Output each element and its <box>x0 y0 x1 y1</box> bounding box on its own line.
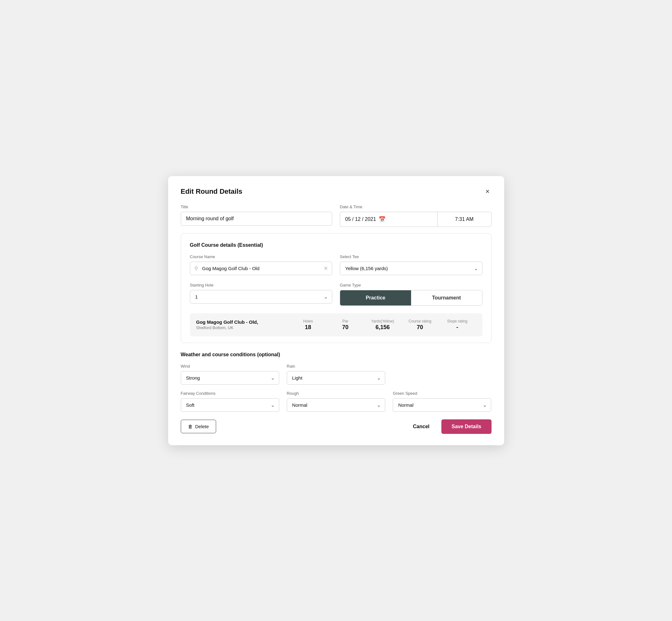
modal-header: Edit Round Details × <box>181 188 492 196</box>
select-tee-dropdown[interactable]: Yellow (6,156 yards) White Red Blue <box>340 261 482 275</box>
golf-course-section: Golf Course details (Essential) Course N… <box>181 233 492 343</box>
wind-group: Wind StrongLightModerateCalm ⌄ <box>181 364 279 385</box>
yards-value: 6,156 <box>364 324 401 331</box>
select-tee-label: Select Tee <box>340 254 482 259</box>
title-group: Title <box>181 204 333 227</box>
course-info-name: Gog Magog Golf Club - Old, Shelford Bott… <box>196 319 290 330</box>
date-field[interactable]: 05 / 12 / 2021 📅 <box>340 212 437 227</box>
rain-dropdown[interactable]: LightNoneModerateHeavy <box>287 371 385 385</box>
starting-hole-wrapper: 123 456 78910 ⌄ <box>190 290 333 303</box>
course-name-input[interactable] <box>190 261 333 275</box>
title-input[interactable] <box>181 212 333 225</box>
rough-dropdown[interactable]: NormalShortLong <box>287 398 385 412</box>
wind-wrapper: StrongLightModerateCalm ⌄ <box>181 371 279 385</box>
fairway-wrapper: SoftNormalFirmHard ⌄ <box>181 398 279 412</box>
search-icon: ⚲ <box>194 265 198 272</box>
datetime-label: Date & Time <box>340 204 492 209</box>
rough-label: Rough <box>287 391 385 396</box>
footer-row: 🗑 Delete Cancel Save Details <box>181 419 492 434</box>
rough-group: Rough NormalShortLong ⌄ <box>287 391 385 412</box>
edit-round-modal: Edit Round Details × Title Date & Time 0… <box>168 176 504 445</box>
wind-rain-row: Wind StrongLightModerateCalm ⌄ Rain Ligh… <box>181 364 492 385</box>
holes-label: Holes <box>289 319 327 323</box>
starting-hole-dropdown[interactable]: 123 456 78910 <box>190 290 333 303</box>
rough-wrapper: NormalShortLong ⌄ <box>287 398 385 412</box>
game-type-label: Game Type <box>340 283 482 287</box>
rain-label: Rain <box>287 364 385 369</box>
title-label: Title <box>181 204 333 209</box>
starting-hole-label: Starting Hole <box>190 283 333 287</box>
course-rating-stat: Course rating 70 <box>401 319 438 331</box>
select-tee-group: Select Tee Yellow (6,156 yards) White Re… <box>340 254 482 275</box>
yards-label: Yards(Yellow) <box>364 319 401 323</box>
date-value: 05 / 12 / 2021 <box>345 216 376 222</box>
delete-label: Delete <box>195 424 209 429</box>
slope-rating-label: Slope rating <box>438 319 476 323</box>
course-name-group: Course Name ⚲ ✕ <box>190 254 333 275</box>
course-info-row: Gog Magog Golf Club - Old, Shelford Bott… <box>190 313 482 336</box>
green-speed-group: Green Speed NormalSlowFast ⌄ <box>393 391 491 412</box>
modal-title: Edit Round Details <box>181 188 243 196</box>
course-search-wrapper: ⚲ ✕ <box>190 261 333 275</box>
course-name-label: Course Name <box>190 254 333 259</box>
course-name-display: Gog Magog Golf Club - Old, <box>196 319 290 325</box>
title-datetime-row: Title Date & Time 05 / 12 / 2021 📅 7:31 … <box>181 204 492 227</box>
calendar-icon: 📅 <box>379 216 385 223</box>
course-rating-label: Course rating <box>401 319 438 323</box>
starting-hole-gametype-row: Starting Hole 123 456 78910 ⌄ Game Type … <box>190 283 482 306</box>
par-label: Par <box>327 319 364 323</box>
course-name-tee-row: Course Name ⚲ ✕ Select Tee Yellow (6,156… <box>190 254 482 275</box>
time-field[interactable]: 7:31 AM <box>437 212 492 227</box>
footer-right: Cancel Save Details <box>410 419 492 434</box>
par-stat: Par 70 <box>327 319 364 331</box>
yards-stat: Yards(Yellow) 6,156 <box>364 319 401 331</box>
conditions-title: Weather and course conditions (optional) <box>181 352 492 358</box>
practice-button[interactable]: Practice <box>340 290 411 305</box>
rain-wrapper: LightNoneModerateHeavy ⌄ <box>287 371 385 385</box>
green-speed-label: Green Speed <box>393 391 491 396</box>
green-speed-dropdown[interactable]: NormalSlowFast <box>393 398 491 412</box>
holes-value: 18 <box>289 324 327 331</box>
golf-course-title: Golf Course details (Essential) <box>190 242 482 248</box>
wind-label: Wind <box>181 364 279 369</box>
fairway-label: Fairway Conditions <box>181 391 279 396</box>
holes-stat: Holes 18 <box>289 319 327 331</box>
slope-rating-stat: Slope rating - <box>438 319 476 331</box>
trash-icon: 🗑 <box>188 424 193 429</box>
par-value: 70 <box>327 324 364 331</box>
course-location: Shelford Bottom, UK <box>196 325 290 330</box>
rain-group: Rain LightNoneModerateHeavy ⌄ <box>287 364 385 385</box>
starting-hole-group: Starting Hole 123 456 78910 ⌄ <box>190 283 333 306</box>
green-speed-wrapper: NormalSlowFast ⌄ <box>393 398 491 412</box>
close-button[interactable]: × <box>484 188 492 196</box>
clear-icon[interactable]: ✕ <box>324 265 328 272</box>
datetime-fields: 05 / 12 / 2021 📅 7:31 AM <box>340 212 492 227</box>
conditions-section: Weather and course conditions (optional)… <box>181 352 492 412</box>
fairway-group: Fairway Conditions SoftNormalFirmHard ⌄ <box>181 391 279 412</box>
select-tee-wrapper: Yellow (6,156 yards) White Red Blue ⌄ <box>340 261 482 275</box>
save-button[interactable]: Save Details <box>442 419 491 434</box>
delete-button[interactable]: 🗑 Delete <box>181 420 216 433</box>
course-rating-value: 70 <box>401 324 438 331</box>
time-value: 7:31 AM <box>455 216 473 222</box>
game-type-group: Game Type Practice Tournament <box>340 283 482 306</box>
wind-dropdown[interactable]: StrongLightModerateCalm <box>181 371 279 385</box>
game-type-toggle: Practice Tournament <box>340 290 482 306</box>
fairway-dropdown[interactable]: SoftNormalFirmHard <box>181 398 279 412</box>
slope-rating-value: - <box>438 324 476 331</box>
tournament-button[interactable]: Tournament <box>411 290 482 305</box>
datetime-group: Date & Time 05 / 12 / 2021 📅 7:31 AM <box>340 204 492 227</box>
cancel-button[interactable]: Cancel <box>410 420 432 433</box>
fairway-rough-green-row: Fairway Conditions SoftNormalFirmHard ⌄ … <box>181 391 492 412</box>
